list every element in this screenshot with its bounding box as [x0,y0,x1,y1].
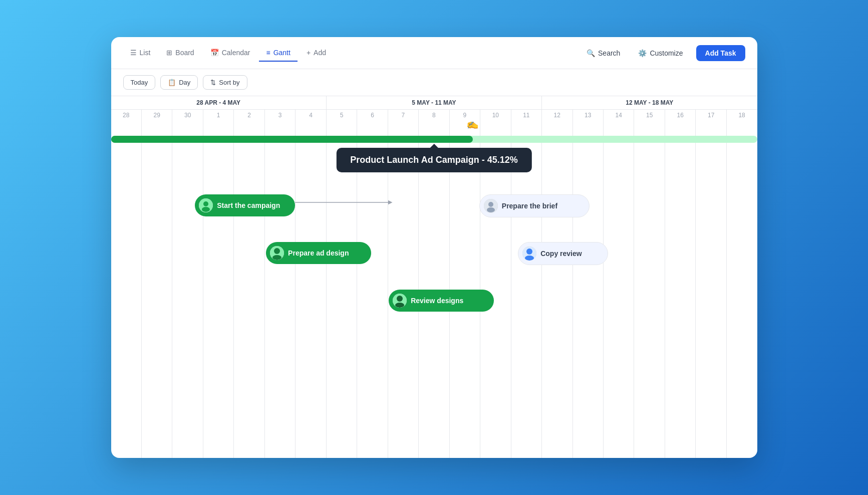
day-cell-7: 7 [388,110,419,122]
progress-tooltip: Product Launch Ad Campaign - 45.12% [336,148,531,172]
nav-bar: ☰ List ⊞ Board 📅 Calendar ≡ Gantt + Add [111,37,757,69]
svg-point-1 [203,201,208,206]
toolbar: Today 📋 Day ⇅ Sort by [111,69,757,96]
grid-col-16 [604,122,634,458]
day-cell-14: 14 [604,110,634,122]
avatar-svg-review [393,294,407,308]
svg-point-2 [202,207,210,212]
tab-board[interactable]: ⊞ Board [159,45,201,62]
day-cell-1: 1 [203,110,234,122]
avatar-copy-review [522,246,536,261]
day-cell-16: 16 [665,110,696,122]
day-cell-2: 2 [234,110,264,122]
tab-calendar[interactable]: 📅 Calendar [203,45,257,62]
calendar-icon: 📅 [210,49,219,57]
week-label-3: 12 MAY - 18 MAY [542,96,757,109]
day-cell-5: 5 [327,110,357,122]
day-cell-13: 13 [573,110,604,122]
day-button[interactable]: 📋 Day [160,75,198,90]
nav-tabs: ☰ List ⊞ Board 📅 Calendar ≡ Gantt + Add [123,45,334,62]
grid-col-3 [203,122,234,458]
search-button[interactable]: 🔍 Search [582,46,625,60]
avatar-prepare-brief [484,199,498,213]
day-cell-6: 6 [357,110,388,122]
tab-add[interactable]: + Add [300,45,333,62]
gantt-icon: ≡ [266,49,270,57]
grid-col-19 [696,122,726,458]
day-cell-9: 9 [450,110,480,122]
task-start-campaign[interactable]: Start the campaign [195,194,295,216]
day-cell-10: 10 [480,110,511,122]
progress-track[interactable] [111,136,757,143]
grid-col-6 [296,122,326,458]
grid-col-20 [727,122,757,458]
svg-point-6 [487,207,495,212]
grid-col-5 [265,122,296,458]
day-cell-15: 15 [634,110,665,122]
grid-col-2 [172,122,203,458]
task-review-designs[interactable]: Review designs [389,290,494,312]
grid-col-15 [573,122,604,458]
grid-col-0 [111,122,142,458]
search-icon: 🔍 [587,49,595,57]
day-cell-4: 4 [296,110,326,122]
sort-button[interactable]: ⇅ Sort by [203,75,247,90]
day-numbers-row: 282930123456789101112131415161718 [111,110,757,122]
day-cell-17: 17 [696,110,726,122]
svg-point-12 [525,256,534,261]
avatar-svg-design [270,246,284,260]
gantt-content: ✍ Product Launch Ad Campaign - 45.12% St… [111,122,757,458]
svg-point-14 [397,296,403,302]
week-label-2: 5 MAY - 11 MAY [327,96,542,109]
svg-point-9 [272,255,281,260]
day-cell-12: 12 [542,110,572,122]
grid-col-17 [634,122,665,458]
svg-point-15 [395,303,404,308]
task-prepare-ad-design[interactable]: Prepare ad design [266,242,371,264]
task-prepare-brief[interactable]: Prepare the brief [479,194,590,217]
today-button[interactable]: Today [123,75,156,90]
day-cell-28: 28 [111,110,142,122]
day-cell-3: 3 [265,110,296,122]
svg-point-5 [488,202,493,207]
grid-col-18 [665,122,696,458]
avatar-start-campaign [199,198,213,212]
avatar-svg-copy [522,246,536,261]
week-header-row: 28 APR - 4 MAY 5 MAY - 11 MAY 12 MAY - 1… [111,96,757,110]
sort-icon: ⇅ [210,79,216,86]
day-cell-29: 29 [142,110,172,122]
task-copy-review[interactable]: Copy review [518,242,608,265]
grid-col-14 [542,122,572,458]
svg-point-8 [274,248,280,254]
tab-gantt[interactable]: ≡ Gantt [259,45,297,62]
grid-col-1 [142,122,172,458]
day-cell-11: 11 [511,110,542,122]
gear-icon: ⚙️ [638,49,647,57]
list-icon: ☰ [130,49,137,57]
grid-col-4 [234,122,264,458]
day-cell-8: 8 [419,110,449,122]
arrow-svg-1 [295,202,395,203]
add-task-button[interactable]: Add Task [696,45,745,61]
day-cell-30: 30 [172,110,203,122]
progress-cursor[interactable]: ✍ [466,122,479,130]
nav-right: 🔍 Search ⚙️ Customize Add Task [582,45,745,61]
progress-fill [111,136,473,143]
avatar-svg-start [199,198,213,212]
day-icon: 📋 [168,79,176,86]
avatar-svg-brief [484,199,498,213]
gantt-container: 28 APR - 4 MAY 5 MAY - 11 MAY 12 MAY - 1… [111,96,757,458]
day-cell-18: 18 [727,110,757,122]
avatar-ad-design [270,246,284,260]
app-window: ☰ List ⊞ Board 📅 Calendar ≡ Gantt + Add [111,37,757,458]
board-icon: ⊞ [166,49,172,57]
tab-list[interactable]: ☰ List [123,45,158,62]
svg-point-11 [526,249,532,255]
avatar-review-designs [393,294,407,308]
add-tab-icon: + [307,49,311,57]
week-label-1: 28 APR - 4 MAY [111,96,327,109]
customize-button[interactable]: ⚙️ Customize [633,46,688,60]
